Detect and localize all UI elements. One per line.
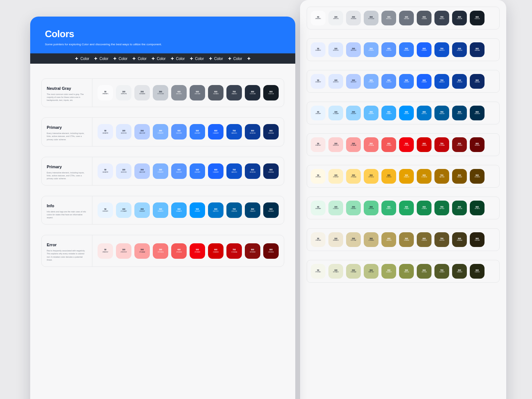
color-swatch[interactable]: 600#6C7535 — [417, 264, 431, 279]
color-swatch[interactable]: 700#A67100 — [434, 169, 449, 184]
nav-item-color[interactable]: Color — [94, 57, 108, 61]
color-swatch[interactable]: 400#A1AB5F — [381, 264, 396, 279]
color-swatch[interactable]: 300#FFCE52 — [364, 169, 378, 184]
color-swatch[interactable]: 800#004473 — [452, 106, 467, 120]
color-swatch[interactable]: 500#889244 — [399, 264, 414, 279]
color-swatch[interactable]: 800#3B401D — [452, 264, 467, 279]
color-swatch[interactable]: 200#FFE08A — [346, 169, 361, 184]
color-swatch[interactable]: 800#222C3B — [452, 11, 467, 25]
color-swatch[interactable]: 400#33AAFF — [171, 202, 187, 218]
color-swatch[interactable]: 800#0C3C99 — [452, 74, 467, 89]
color-swatch[interactable]: 700#0E52CC — [226, 124, 242, 140]
color-swatch[interactable]: 100#EFF1F3 — [328, 11, 343, 25]
color-swatch[interactable]: 900#0D2966 — [470, 42, 485, 57]
color-swatch[interactable]: 700#0E52CC — [226, 163, 242, 179]
color-swatch[interactable]: 900#002E4D — [470, 106, 485, 120]
color-swatch[interactable]: 800#004473 — [245, 202, 260, 218]
color-swatch[interactable]: 200#FCA0A0 — [134, 243, 150, 259]
color-swatch[interactable]: 400#F55858 — [171, 243, 187, 259]
color-swatch[interactable]: 400#34B877 — [381, 201, 396, 215]
color-swatch[interactable]: 500#F2000D — [190, 243, 205, 259]
color-swatch[interactable]: 500#347EFF — [399, 74, 414, 89]
color-swatch[interactable]: 400#F7B720 — [381, 169, 396, 184]
color-swatch[interactable]: 700#0E52CC — [434, 42, 449, 57]
color-swatch[interactable]: 700#0F7642 — [434, 201, 449, 215]
color-swatch[interactable]: 500#9C8640 — [399, 232, 414, 247]
nav-item-color[interactable]: Color — [190, 57, 204, 61]
color-swatch[interactable]: 200#99D5FF — [346, 106, 361, 120]
color-swatch[interactable]: 50#FBFBFC — [98, 85, 113, 100]
nav-item-color[interactable]: Color — [228, 57, 242, 61]
color-swatch[interactable]: 100#ECF1F2 — [328, 74, 343, 89]
color-swatch[interactable]: 400#F55858 — [381, 137, 396, 152]
color-swatch[interactable]: 50#E9F4FF — [98, 202, 113, 218]
nav-item-color[interactable]: Color — [133, 57, 147, 61]
color-swatch[interactable]: 300#7FB2FF — [364, 42, 378, 57]
color-swatch[interactable]: 300#F97A7A — [364, 137, 378, 152]
color-swatch[interactable]: 300#7FB2FF — [364, 74, 378, 89]
color-swatch[interactable]: 50#FFF9E6 — [311, 169, 325, 184]
color-swatch[interactable]: 900#29220F — [470, 232, 485, 247]
color-swatch[interactable]: 500#6D7480 — [190, 85, 205, 100]
color-swatch[interactable]: 500#0095FF — [190, 202, 205, 218]
color-swatch[interactable]: 50#FBE7E7 — [98, 243, 113, 259]
color-swatch[interactable]: 400#5C97FF — [381, 42, 396, 57]
color-swatch[interactable]: 300#7FB2FF — [153, 163, 168, 179]
color-swatch[interactable]: 600#158E50 — [417, 201, 431, 215]
color-swatch[interactable]: 100#CCEAFF — [116, 202, 131, 218]
color-swatch[interactable]: 600#0077CC — [417, 106, 431, 120]
color-swatch[interactable]: 600#1D65FF — [417, 42, 431, 57]
color-swatch[interactable]: 800#870D0D — [245, 243, 260, 259]
color-swatch[interactable]: 200#D3D8AE — [346, 264, 361, 279]
color-swatch[interactable]: 800#0B5C34 — [452, 201, 467, 215]
color-swatch[interactable]: 600#545B66 — [417, 11, 431, 25]
color-swatch[interactable]: 500#F2000D — [399, 137, 414, 152]
color-swatch[interactable]: 600#1D65FF — [208, 163, 223, 179]
nav-item-color[interactable]: Color — [152, 57, 166, 61]
color-swatch[interactable]: 50#E9F4FF — [311, 106, 325, 120]
color-swatch[interactable]: 100#FFEFBF — [328, 169, 343, 184]
color-swatch[interactable]: 900#0D2966 — [263, 124, 279, 140]
color-swatch[interactable]: 200#B5CCFF — [134, 124, 150, 140]
color-swatch[interactable]: 100#FDCFCF — [116, 243, 131, 259]
color-swatch[interactable]: 500#E6A100 — [399, 169, 414, 184]
color-swatch[interactable]: 900#6C0505 — [470, 137, 485, 152]
color-swatch[interactable]: 100#ECF1F2 — [328, 42, 343, 57]
color-swatch[interactable]: 200#B5CCFF — [346, 42, 361, 57]
nav-item-color[interactable]: Color — [113, 57, 127, 61]
color-swatch[interactable]: 50#FBE7E7 — [311, 137, 325, 152]
color-swatch[interactable]: 700#615226 — [434, 232, 449, 247]
color-swatch[interactable]: 600#0077CC — [208, 202, 223, 218]
color-swatch[interactable]: 600#D40000 — [208, 243, 223, 259]
color-swatch[interactable]: 800#0C3C99 — [245, 163, 260, 179]
color-swatch[interactable]: 900#0D2966 — [263, 163, 279, 179]
color-swatch[interactable]: 900#5C3D00 — [470, 169, 485, 184]
nav-item-color[interactable]: Color — [171, 57, 185, 61]
color-swatch[interactable]: 300#F97A7A — [153, 243, 168, 259]
color-swatch[interactable]: 900#141C24 — [263, 85, 279, 100]
color-swatch[interactable]: 500#1FA862 — [399, 201, 414, 215]
color-swatch[interactable]: 700#C2040A — [434, 137, 449, 152]
color-swatch[interactable]: 300#5FCE94 — [364, 201, 378, 215]
color-swatch[interactable]: 50#FBFBFC — [311, 11, 325, 25]
color-swatch[interactable]: 200#93E0B7 — [346, 201, 361, 215]
color-swatch[interactable]: 600#545B66 — [208, 85, 223, 100]
color-swatch[interactable]: 200#B5CCFF — [134, 163, 150, 179]
color-swatch[interactable]: 800#870D0D — [452, 137, 467, 152]
color-swatch[interactable]: 600#CC8F00 — [417, 169, 431, 184]
color-swatch[interactable]: 700#005C99 — [434, 106, 449, 120]
color-swatch[interactable]: 700#3A4352 — [434, 11, 449, 25]
color-swatch[interactable]: 200#FCA0A0 — [346, 137, 361, 152]
color-swatch[interactable]: 900#141C24 — [470, 11, 485, 25]
color-swatch[interactable]: 400#33AAFF — [381, 106, 396, 120]
color-swatch[interactable]: 600#1D65FF — [208, 124, 223, 140]
color-swatch[interactable]: 400#5C97FF — [171, 124, 187, 140]
color-swatch[interactable]: 600#D40000 — [417, 137, 431, 152]
color-swatch[interactable]: 800#0C3C99 — [245, 124, 260, 140]
color-swatch[interactable]: 300#66BFFF — [153, 202, 168, 218]
color-swatch[interactable]: 400#5C97FF — [381, 74, 396, 89]
color-swatch[interactable]: 200#B5CCFF — [346, 74, 361, 89]
color-swatch[interactable]: 400#5C97FF — [171, 163, 187, 179]
color-swatch[interactable]: 50#E6F8EE — [311, 201, 325, 215]
color-swatch[interactable]: 100#ECF1F2 — [116, 163, 131, 179]
